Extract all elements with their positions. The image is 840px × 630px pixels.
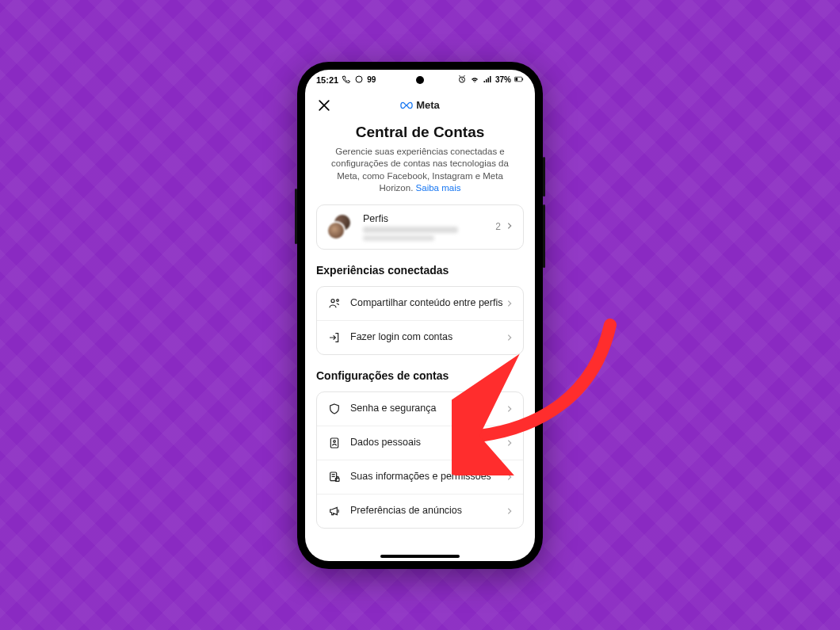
status-notif-icon: [354, 74, 364, 86]
row-label: Compartilhar conteúdo entre perfis: [350, 297, 506, 310]
megaphone-icon: [326, 505, 342, 517]
page-description: Gerencie suas experiências conectadas e …: [319, 146, 521, 195]
status-battery-pct: 37%: [495, 75, 511, 84]
volume-button-2: [543, 204, 545, 268]
camera-notch: [416, 76, 424, 84]
power-button: [295, 189, 297, 244]
profile-avatars: [326, 213, 358, 240]
svg-rect-3: [522, 78, 523, 80]
status-phone-icon: [342, 74, 351, 86]
close-button[interactable]: [315, 96, 334, 115]
status-battery-icon: [514, 74, 524, 86]
chevron-right-icon: [506, 436, 514, 450]
status-count: 99: [367, 75, 376, 84]
home-indicator: [380, 555, 460, 558]
row-label: Fazer login com contas: [350, 331, 506, 344]
svg-point-8: [334, 440, 336, 442]
profile-name-redacted: [363, 227, 458, 233]
connected-experiences-card: Compartilhar conteúdo entre perfis Fazer…: [316, 286, 524, 355]
login-icon: [326, 331, 342, 344]
status-signal-icon: [483, 74, 492, 86]
section-heading-connected: Experiências conectadas: [316, 264, 524, 277]
chevron-right-icon: [506, 296, 514, 311]
row-info-permissions[interactable]: Suas informações e permissões: [317, 460, 523, 494]
row-login-accounts[interactable]: Fazer login com contas: [317, 320, 523, 354]
row-share-content[interactable]: Compartilhar conteúdo entre perfis: [317, 287, 523, 320]
svg-point-6: [337, 299, 339, 301]
meta-logo: Meta: [400, 99, 440, 112]
svg-point-5: [331, 299, 334, 302]
account-settings-card: Senha e segurança Dados pessoais Suas in…: [316, 391, 524, 529]
app-header: Meta: [305, 90, 535, 120]
row-label: Senha e segurança: [350, 403, 506, 415]
row-personal-data[interactable]: Dados pessoais: [317, 426, 523, 460]
phone-frame: 15:21 99 37%: [297, 62, 543, 569]
page-title: Central de Contas: [316, 124, 524, 141]
row-password-security[interactable]: Senha e segurança: [317, 392, 523, 426]
row-label: Suas informações e permissões: [350, 471, 506, 483]
svg-rect-10: [335, 478, 339, 481]
profiles-label: Perfis: [363, 213, 495, 224]
section-heading-account-settings: Configurações de contas: [316, 369, 524, 382]
row-label: Dados pessoais: [350, 437, 506, 449]
id-card-icon: [326, 437, 342, 449]
avatar: [326, 221, 346, 240]
chevron-right-icon: [506, 504, 514, 518]
shield-icon: [326, 403, 342, 415]
row-label: Preferências de anúncios: [350, 505, 506, 517]
chevron-right-icon: [506, 330, 514, 345]
chevron-right-icon: [506, 402, 514, 416]
page-content: Central de Contas Gerencie suas experiên…: [305, 120, 535, 561]
profile-name-redacted: [363, 235, 434, 241]
chevron-right-icon: [506, 221, 514, 232]
svg-point-0: [356, 76, 362, 82]
share-profiles-icon: [326, 297, 342, 310]
svg-rect-4: [515, 78, 517, 81]
close-icon: [316, 97, 332, 113]
volume-button-1: [543, 157, 545, 197]
profiles-count: 2: [495, 221, 501, 232]
row-ad-preferences[interactable]: Preferências de anúncios: [317, 494, 523, 528]
meta-brand-text: Meta: [416, 99, 440, 111]
status-time: 15:21: [316, 75, 338, 85]
document-lock-icon: [326, 471, 342, 483]
learn-more-link[interactable]: Saiba mais: [416, 183, 461, 193]
status-alarm-icon: [457, 74, 467, 86]
status-wifi-icon: [470, 74, 479, 86]
meta-infinity-icon: [400, 99, 413, 112]
chevron-right-icon: [506, 470, 514, 484]
svg-rect-7: [330, 438, 338, 448]
profiles-card[interactable]: Perfis 2: [316, 204, 524, 250]
screen: 15:21 99 37%: [305, 70, 535, 561]
